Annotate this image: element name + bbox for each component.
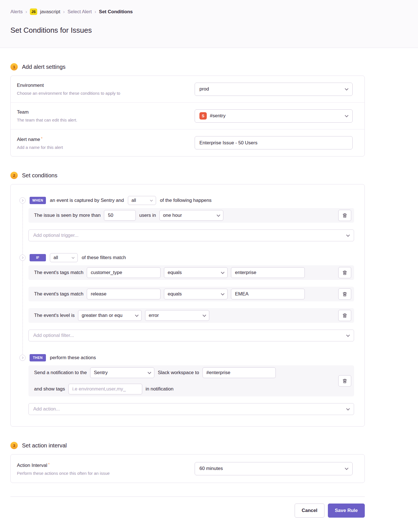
page-header: Alerts › JS javascript › Select Alert › … [0, 0, 418, 48]
chevron-down-icon [150, 198, 153, 201]
condition-text: The event's tags match [34, 270, 83, 275]
main-content: 1 Add alert settings Environment Choose … [0, 63, 365, 532]
chevron-down-icon [72, 256, 75, 259]
breadcrumb-select-alert[interactable]: Select Alert [68, 9, 92, 15]
breadcrumb-alerts[interactable]: Alerts [10, 9, 23, 15]
condition-step: WHENan event is captured by Sentry andal… [19, 197, 354, 241]
select-value: equals [168, 291, 182, 297]
section-title: Set conditions [22, 172, 57, 179]
condition-value-input[interactable] [231, 289, 305, 299]
condition-select[interactable]: equals [164, 267, 228, 278]
condition-text: in notification [146, 386, 174, 392]
chevron-down-icon [221, 292, 224, 295]
condition-row: The issue is seen by more thanusers inon… [28, 208, 354, 223]
alert-name-input[interactable] [199, 140, 348, 146]
chevron-down-icon [346, 233, 350, 237]
select-value: error [149, 313, 159, 318]
condition-step-body: Send a notification to theSentrySlack wo… [28, 365, 354, 415]
required-asterisk: * [41, 136, 43, 141]
condition-row: The event's tags matchequals [28, 265, 354, 280]
breadcrumb-separator-icon: › [95, 9, 96, 15]
footer-actions: Cancel Save Rule [10, 504, 365, 532]
breadcrumb: Alerts › JS javascript › Select Alert › … [10, 8, 418, 15]
select-value: equals [168, 270, 182, 275]
add-condition-select[interactable]: Add action... [28, 403, 354, 415]
step-badge: THEN [30, 354, 46, 361]
condition-row: The event's level isgreater than or eque… [28, 308, 354, 323]
environment-select[interactable]: prod [195, 83, 353, 96]
condition-value-input[interactable] [87, 267, 161, 278]
condition-select[interactable]: error [145, 310, 209, 321]
environment-meta: Environment Choose an environment for th… [17, 83, 120, 96]
delete-row-button[interactable] [338, 310, 351, 321]
add-placeholder: Add optional filter... [33, 333, 74, 338]
condition-select[interactable]: greater than or equ [78, 310, 142, 321]
alert-name-meta: Alert name* Add a name for this alert [17, 136, 63, 150]
environment-row: Environment Choose an environment for th… [11, 76, 364, 103]
condition-select[interactable]: all [50, 253, 78, 262]
environment-select-value: prod [199, 86, 209, 92]
required-asterisk: * [48, 462, 50, 467]
alert-settings-panel: Environment Choose an environment for th… [10, 76, 365, 156]
condition-step-header: WHENan event is captured by Sentry andal… [19, 197, 354, 204]
select-value: one hour [163, 213, 182, 218]
condition-text: of these filters match [82, 255, 126, 261]
condition-value-input[interactable] [203, 367, 276, 378]
condition-text: The event's tags match [34, 291, 83, 297]
condition-select[interactable]: equals [164, 289, 228, 299]
step-badge: WHEN [30, 197, 46, 204]
chevron-down-icon [217, 213, 220, 217]
team-help: The team that can edit this alert. [17, 118, 77, 122]
condition-select[interactable]: all [128, 196, 156, 205]
cancel-button[interactable]: Cancel [295, 504, 324, 518]
chevron-down-icon [345, 114, 348, 117]
action-interval-select[interactable]: 60 minutes [195, 462, 353, 475]
section-set-action-interval: 3 Set action interval [10, 442, 365, 449]
trash-icon [343, 313, 347, 318]
alert-name-row: Alert name* Add a name for this alert [11, 129, 364, 156]
condition-value-input[interactable] [104, 210, 136, 221]
add-condition-select[interactable]: Add optional trigger... [28, 229, 354, 241]
delete-row-button[interactable] [338, 210, 351, 221]
condition-text: and show tags [34, 386, 65, 392]
alert-builder-page: Alerts › JS javascript › Select Alert › … [0, 0, 418, 532]
chevron-down-icon [345, 87, 348, 90]
breadcrumb-separator-icon: › [63, 9, 65, 15]
condition-text: perform these actions [50, 355, 96, 361]
condition-text: The issue is seen by more than [34, 213, 101, 218]
add-placeholder: Add optional trigger... [33, 233, 79, 238]
trash-icon [343, 270, 347, 275]
condition-select[interactable]: one hour [159, 210, 223, 221]
delete-row-button[interactable] [338, 267, 351, 278]
select-value: all [54, 255, 58, 260]
javascript-platform-icon: JS [30, 8, 37, 15]
condition-text: an event is captured by Sentry and [50, 198, 124, 203]
condition-step-header: THENperform these actions [19, 354, 354, 361]
section-add-alert-settings: 1 Add alert settings [10, 63, 365, 70]
trash-icon [343, 379, 347, 383]
add-condition-select[interactable]: Add optional filter... [28, 330, 354, 341]
step-badge: IF [30, 254, 46, 261]
condition-steps: WHENan event is captured by Sentry andal… [19, 197, 354, 415]
step-number-badge: 3 [10, 442, 18, 449]
condition-value-input[interactable] [231, 267, 305, 278]
expand-chevron-icon[interactable] [19, 355, 26, 361]
save-rule-button[interactable]: Save Rule [328, 504, 365, 518]
chevron-down-icon [346, 407, 350, 410]
condition-select[interactable]: Sentry [90, 367, 154, 378]
conditions-panel: WHENan event is captured by Sentry andal… [10, 184, 365, 427]
delete-row-button[interactable] [338, 375, 351, 387]
expand-chevron-icon[interactable] [19, 255, 26, 261]
team-select[interactable]: S #sentry [195, 109, 353, 123]
condition-row: Send a notification to theSentrySlack wo… [28, 365, 354, 396]
delete-row-button[interactable] [338, 288, 351, 300]
team-meta: Team The team that can edit this alert. [17, 109, 77, 122]
condition-value-input[interactable] [68, 384, 142, 394]
expand-chevron-icon[interactable] [19, 197, 26, 204]
breadcrumb-set-conditions: Set Conditions [99, 9, 133, 15]
chevron-down-icon [345, 466, 348, 470]
condition-value-input[interactable] [87, 289, 161, 299]
condition-step: THENperform these actionsSend a notifica… [19, 354, 354, 415]
action-interval-select-value: 60 minutes [199, 466, 223, 471]
breadcrumb-project-javascript[interactable]: javascript [40, 9, 60, 15]
